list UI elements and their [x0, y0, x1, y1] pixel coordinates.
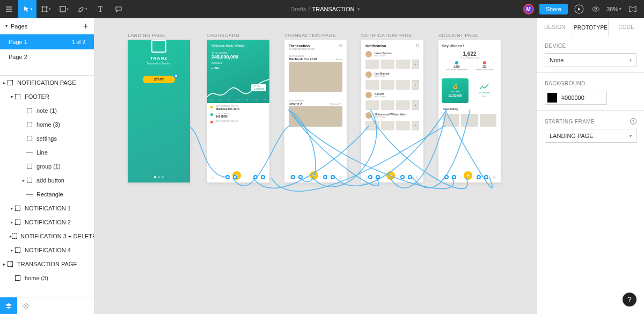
prototype-node[interactable] — [323, 175, 327, 179]
frame-icon — [6, 260, 14, 268]
artboard-landing[interactable]: → TRANZ Transaction Solution START — [128, 40, 190, 182]
components-tab-icon[interactable] — [17, 297, 34, 315]
prototype-node[interactable] — [368, 175, 372, 179]
layer-row[interactable]: ▸TRANSACTION PAGE — [0, 257, 94, 271]
layer-row[interactable]: ▸NOTIFICATION 2 — [0, 215, 94, 229]
add-page-icon[interactable]: + — [83, 21, 89, 31]
frame-icon — [14, 93, 21, 100]
layer-row[interactable]: ▸NOTIFICATION 1 — [0, 201, 94, 215]
artboard-dashboard[interactable]: Welcome Back, Wildan TOTAL INCOME 245,00… — [207, 40, 269, 182]
layer-row[interactable]: ▸NOTIFICATION 3 + DELETE — [0, 229, 94, 243]
library-icon[interactable] — [627, 0, 639, 18]
page-item[interactable]: Page 2 — [0, 49, 94, 64]
artboard-transaction[interactable]: Transaction 12 TRANSACTION TODAY 17 NOVE… — [284, 40, 347, 182]
prototype-handle-icon[interactable] — [174, 74, 178, 78]
shape-tool-icon[interactable]: ▾ — [55, 0, 73, 18]
share-button[interactable]: Share — [539, 4, 568, 14]
tab-prototype[interactable]: PROTOTYPE — [573, 19, 609, 36]
layer-row[interactable]: ▸NOTIFICATION PAGE — [0, 76, 94, 90]
layer-row[interactable]: settings — [0, 132, 94, 145]
device-label: DEVICE — [545, 43, 636, 49]
prototype-node[interactable] — [331, 175, 335, 179]
layer-row[interactable]: ▾FOOTER — [0, 90, 94, 104]
frame-icon — [12, 232, 17, 240]
svg-point-2 — [595, 8, 597, 10]
eye-icon[interactable] — [590, 0, 601, 18]
layer-row[interactable]: group (1) — [0, 159, 94, 173]
prototype-node[interactable] — [444, 175, 449, 179]
right-panel: DESIGN PROTOTYPE CODE DEVICE None▾ BACKG… — [537, 18, 644, 314]
background-color-field[interactable]: #000000 — [545, 91, 607, 105]
prototype-node[interactable] — [477, 175, 481, 179]
artboard-notification[interactable]: Notification Imam SutonoBuy 5 Product+If… — [361, 40, 423, 182]
component-icon — [26, 163, 33, 170]
layers-tab-icon[interactable] — [0, 297, 17, 315]
present-icon[interactable] — [573, 0, 585, 18]
file-title: TRANSACTION — [312, 6, 355, 12]
prototype-node[interactable] — [298, 175, 303, 179]
left-panel: ▾ Pages + Page 11 of 2Page 2 ▸NOTIFICATI… — [0, 18, 94, 314]
artboard-account[interactable]: Hey Wildan ! 1,622 TOTAL TRANSACTION 1,3… — [438, 40, 501, 182]
svg-rect-0 — [60, 6, 65, 12]
background-label: BACKGROUND — [545, 81, 636, 86]
text-tool-icon[interactable]: T — [91, 0, 109, 18]
top-toolbar: ▾ ▾ ▾ ▾ T Drafts / TRANSACTION ▾ — [0, 0, 644, 18]
device-select[interactable]: None▾ — [545, 53, 636, 67]
frame-label-dashboard[interactable]: DASHBOARD — [207, 33, 239, 38]
page-item[interactable]: Page 11 of 2 — [0, 34, 94, 49]
pen-tool-icon[interactable]: ▾ — [73, 0, 91, 18]
prototype-node[interactable] — [225, 175, 230, 179]
layer-row[interactable]: note (1) — [0, 104, 94, 118]
info-icon[interactable]: ? — [630, 118, 636, 125]
zoom-control[interactable]: 38%▾ — [606, 6, 621, 12]
comment-tool-icon[interactable] — [109, 0, 128, 18]
pages-header[interactable]: ▾ Pages + — [0, 18, 94, 34]
layers-panel: ▸NOTIFICATION PAGE▾FOOTERnote (1)home (3… — [0, 75, 94, 297]
fab-add-icon: + — [464, 171, 472, 180]
prototype-node[interactable] — [484, 175, 488, 179]
component-icon — [14, 274, 21, 282]
prototype-node[interactable] — [400, 175, 405, 179]
layer-row[interactable]: ▸NOTIFICATION 4 — [0, 243, 94, 257]
avatar[interactable]: M — [523, 4, 534, 14]
prototype-node[interactable] — [233, 175, 237, 179]
component-icon — [26, 135, 33, 142]
file-breadcrumb[interactable]: Drafts / TRANSACTION ▾ — [128, 6, 523, 12]
prototype-node[interactable] — [261, 175, 265, 179]
prototype-node[interactable] — [253, 175, 258, 179]
canvas[interactable]: LANDING PAGE DASHBOARD TRANSACTION PAGE … — [94, 18, 537, 314]
prototype-node[interactable] — [376, 175, 380, 179]
chevron-down-icon: ▾ — [357, 6, 360, 12]
tab-code[interactable]: CODE — [609, 18, 644, 35]
frame-icon — [14, 246, 21, 254]
prototype-node[interactable] — [452, 175, 456, 179]
start-button: START — [143, 76, 175, 83]
layer-row[interactable]: ▸add button — [0, 173, 94, 187]
starting-frame-label: STARTING FRAME — [545, 119, 595, 125]
collapse-arrow-icon: ▾ — [5, 24, 8, 28]
layer-row[interactable]: home (3) — [0, 118, 94, 132]
frame-label-account[interactable]: ACCOUNT PAGE — [438, 33, 479, 38]
prototype-node[interactable] — [291, 175, 295, 179]
frame-icon — [6, 79, 14, 86]
prototype-node[interactable] — [408, 175, 412, 179]
breadcrumb-drafts: Drafts — [290, 6, 306, 12]
frame-label-transaction[interactable]: TRANSACTION PAGE — [284, 33, 336, 38]
frame-tool-icon[interactable]: ▾ — [36, 0, 55, 18]
fab-add-icon: + — [310, 171, 318, 180]
frame-label-landing[interactable]: LANDING PAGE — [128, 33, 165, 38]
tab-design[interactable]: DESIGN — [537, 18, 573, 35]
frame-icon — [14, 205, 21, 212]
layer-row[interactable]: Line — [0, 145, 94, 159]
line-icon — [26, 191, 33, 198]
frame-label-notification[interactable]: NOTIFICATION PAGE — [361, 33, 412, 38]
move-tool-icon[interactable]: ▾ — [18, 0, 36, 18]
chevron-down-icon: ▾ — [630, 58, 632, 63]
layer-row[interactable]: Rectangle — [0, 187, 94, 201]
gear-icon — [339, 44, 342, 47]
line-icon — [26, 149, 33, 156]
help-button[interactable]: ? — [623, 293, 636, 306]
starting-frame-select[interactable]: LANDING PAGE▾ — [545, 129, 636, 143]
hamburger-menu-icon[interactable] — [0, 0, 18, 18]
layer-row[interactable]: home (3) — [0, 271, 94, 285]
